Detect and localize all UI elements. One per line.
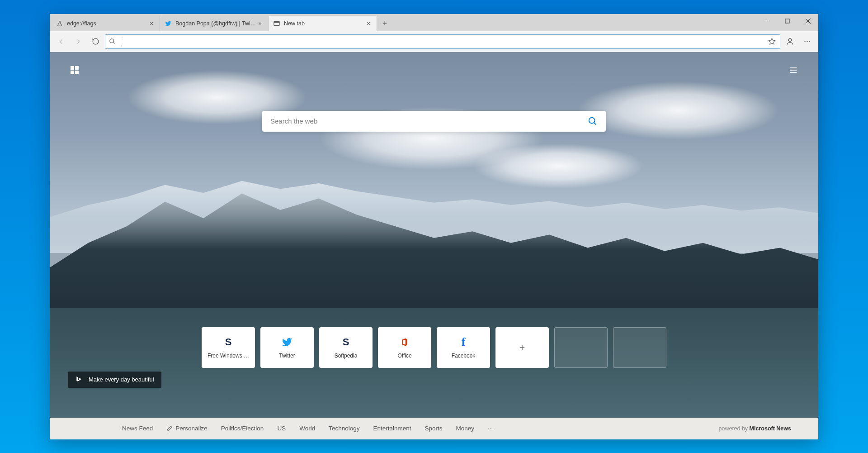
pencil-icon: [166, 425, 173, 432]
profile-button[interactable]: [782, 34, 797, 49]
news-link-personalize[interactable]: Personalize: [166, 425, 208, 432]
quicklink-facebook[interactable]: f Facebook: [437, 327, 490, 368]
search-input[interactable]: [270, 117, 588, 125]
twitter-icon: [165, 20, 172, 27]
svg-line-7: [113, 42, 114, 43]
tab-flags[interactable]: edge://flags ×: [52, 16, 160, 31]
facebook-icon: f: [458, 336, 469, 348]
refresh-button[interactable]: [88, 34, 103, 49]
search-box[interactable]: [262, 111, 606, 132]
news-link-feed[interactable]: News Feed: [122, 425, 153, 432]
forward-button[interactable]: [71, 34, 86, 49]
powered-by: powered by Microsoft News: [719, 425, 792, 432]
tab-twitter[interactable]: Bogdan Popa (@bgdftw) | Twitt… ×: [160, 16, 269, 31]
flask-icon: [56, 20, 63, 27]
close-icon[interactable]: ×: [365, 20, 372, 27]
tile-label: Facebook: [452, 353, 476, 359]
news-link-technology[interactable]: Technology: [329, 425, 359, 432]
news-links: News Feed Personalize Politics/Election …: [122, 425, 493, 432]
twitter-icon: [281, 336, 293, 348]
maximize-button[interactable]: [777, 14, 797, 29]
svg-point-11: [807, 41, 807, 42]
top-icons: [50, 52, 818, 88]
new-tab-page: S Free Windows … Twitter S Softpedia Off…: [50, 52, 818, 418]
svg-point-16: [589, 117, 595, 123]
svg-line-17: [594, 122, 596, 124]
overlay: S Free Windows … Twitter S Softpedia Off…: [50, 52, 818, 418]
bing-daily-tag[interactable]: Make every day beautiful: [68, 372, 161, 388]
quicklink-free-windows[interactable]: S Free Windows …: [202, 327, 255, 368]
tab-title: New tab: [284, 20, 365, 27]
quicklink-placeholder[interactable]: [613, 327, 666, 368]
news-link-world[interactable]: World: [299, 425, 315, 432]
apps-button[interactable]: [68, 63, 81, 77]
bing-icon: [75, 376, 83, 384]
svg-rect-1: [274, 21, 279, 23]
favorite-icon[interactable]: [768, 38, 776, 46]
tile-label: Free Windows …: [208, 353, 249, 359]
search-icon: [109, 38, 116, 45]
news-link-us[interactable]: US: [277, 425, 286, 432]
newtab-icon: [273, 20, 280, 27]
tabs: edge://flags × Bogdan Popa (@bgdftw) | T…: [52, 16, 377, 31]
quicklink-placeholder[interactable]: [554, 327, 608, 368]
add-quicklink-button[interactable]: ＋: [495, 327, 549, 368]
close-window-button[interactable]: [797, 14, 818, 29]
quicklink-office[interactable]: Office: [378, 327, 431, 368]
address-input[interactable]: [120, 35, 768, 48]
svg-marker-8: [769, 38, 775, 44]
more-button[interactable]: [799, 34, 815, 49]
news-bar: News Feed Personalize Politics/Election …: [50, 418, 818, 439]
browser-window: edge://flags × Bogdan Popa (@bgdftw) | T…: [50, 14, 818, 439]
toolbar: [50, 31, 818, 52]
bing-tagline: Make every day beautiful: [89, 376, 154, 383]
news-link-politics[interactable]: Politics/Election: [221, 425, 264, 432]
back-button[interactable]: [53, 34, 69, 49]
quick-links: S Free Windows … Twitter S Softpedia Off…: [50, 327, 818, 368]
office-icon: [399, 336, 410, 348]
window-controls: [756, 14, 818, 29]
tab-title: edge://flags: [67, 20, 148, 27]
tab-strip: edge://flags × Bogdan Popa (@bgdftw) | T…: [50, 14, 818, 31]
minimize-button[interactable]: [756, 14, 777, 29]
address-bar[interactable]: [105, 34, 780, 49]
svg-point-12: [809, 41, 810, 42]
close-icon[interactable]: ×: [148, 20, 155, 27]
svg-rect-3: [785, 19, 789, 23]
tile-label: Twitter: [279, 353, 295, 359]
search-icon[interactable]: [588, 116, 598, 126]
plus-icon: ＋: [516, 342, 528, 353]
new-tab-button[interactable]: ＋: [377, 16, 392, 31]
tab-title: Bogdan Popa (@bgdftw) | Twitt…: [175, 20, 256, 27]
close-icon[interactable]: ×: [256, 20, 264, 27]
softpedia-icon: S: [222, 336, 234, 348]
search-row: [50, 111, 818, 132]
svg-point-10: [804, 41, 805, 42]
tile-label: Softpedia: [335, 353, 358, 359]
grid-icon: [71, 66, 79, 74]
svg-point-6: [110, 38, 114, 43]
news-link-money[interactable]: Money: [456, 425, 475, 432]
tab-newtab[interactable]: New tab ×: [269, 16, 377, 31]
page-settings-button[interactable]: [787, 63, 800, 77]
news-link-entertainment[interactable]: Entertainment: [373, 425, 411, 432]
tile-label: Office: [397, 353, 411, 359]
quicklink-twitter[interactable]: Twitter: [260, 327, 314, 368]
news-link-sports[interactable]: Sports: [425, 425, 443, 432]
quicklink-softpedia[interactable]: S Softpedia: [319, 327, 373, 368]
svg-point-9: [788, 38, 791, 41]
softpedia-icon: S: [340, 336, 352, 348]
news-more-button[interactable]: ···: [488, 425, 493, 432]
